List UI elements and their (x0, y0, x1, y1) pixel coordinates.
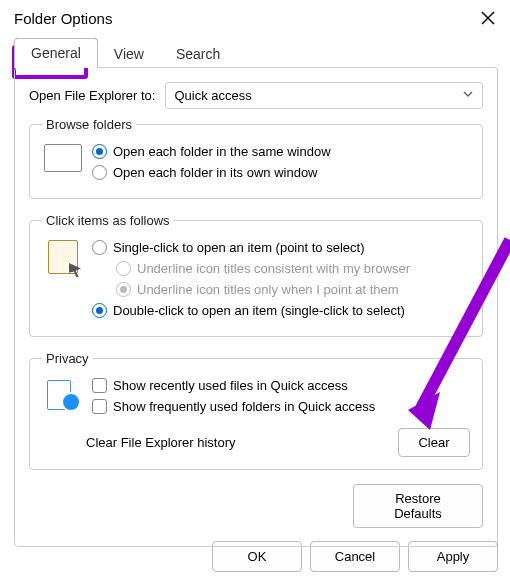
radio-underline-point: Underline icon titles only when I point … (116, 282, 470, 297)
radio-double-click[interactable]: Double-click to open an item (single-cli… (92, 303, 470, 318)
clear-history-label: Clear File Explorer history (86, 435, 236, 450)
browse-folders-group: Browse folders Open each folder in the s… (29, 117, 483, 199)
pointer-document-icon (48, 240, 78, 274)
checkbox-recent-files[interactable]: Show recently used files in Quick access (92, 378, 470, 393)
tab-general[interactable]: General (14, 38, 98, 68)
clear-button[interactable]: Clear (398, 428, 470, 457)
folder-icon (44, 144, 82, 172)
checkbox-icon (92, 378, 107, 393)
privacy-group: Privacy Show recently used files in Quic… (29, 351, 483, 470)
radio-icon (92, 240, 107, 255)
radio-single-click[interactable]: Single-click to open an item (point to s… (92, 240, 470, 255)
close-icon (481, 11, 495, 25)
restore-defaults-button[interactable]: Restore Defaults (353, 484, 483, 528)
privacy-icon (43, 378, 83, 412)
radio-label: Open each folder in the same window (113, 144, 331, 159)
radio-label: Open each folder in its own window (113, 165, 318, 180)
click-items-legend: Click items as follows (42, 213, 174, 228)
radio-label: Single-click to open an item (point to s… (113, 240, 364, 255)
radio-label: Underline icon titles only when I point … (137, 282, 399, 297)
chevron-down-icon (462, 88, 474, 103)
radio-same-window[interactable]: Open each folder in the same window (92, 144, 470, 159)
click-items-group: Click items as follows Single-click to o… (29, 213, 483, 337)
radio-underline-browser: Underline icon titles consistent with my… (116, 261, 470, 276)
checkbox-frequent-folders[interactable]: Show frequently used folders in Quick ac… (92, 399, 470, 414)
radio-icon (92, 303, 107, 318)
radio-label: Underline icon titles consistent with my… (137, 261, 410, 276)
tab-search[interactable]: Search (160, 40, 236, 68)
privacy-legend: Privacy (42, 351, 93, 366)
open-explorer-value: Quick access (174, 88, 251, 103)
close-button[interactable] (478, 8, 498, 28)
radio-icon (116, 282, 131, 297)
checkbox-label: Show frequently used folders in Quick ac… (113, 399, 375, 414)
window-title: Folder Options (14, 10, 112, 27)
open-explorer-label: Open File Explorer to: (29, 88, 155, 103)
tab-pane-general: Open File Explorer to: Quick access Brow… (14, 67, 498, 547)
checkbox-icon (92, 399, 107, 414)
radio-icon (116, 261, 131, 276)
browse-folders-legend: Browse folders (42, 117, 136, 132)
radio-icon (92, 144, 107, 159)
radio-label: Double-click to open an item (single-cli… (113, 303, 405, 318)
radio-own-window[interactable]: Open each folder in its own window (92, 165, 470, 180)
radio-icon (92, 165, 107, 180)
open-explorer-dropdown[interactable]: Quick access (165, 82, 483, 109)
checkbox-label: Show recently used files in Quick access (113, 378, 348, 393)
tab-view[interactable]: View (98, 40, 160, 68)
